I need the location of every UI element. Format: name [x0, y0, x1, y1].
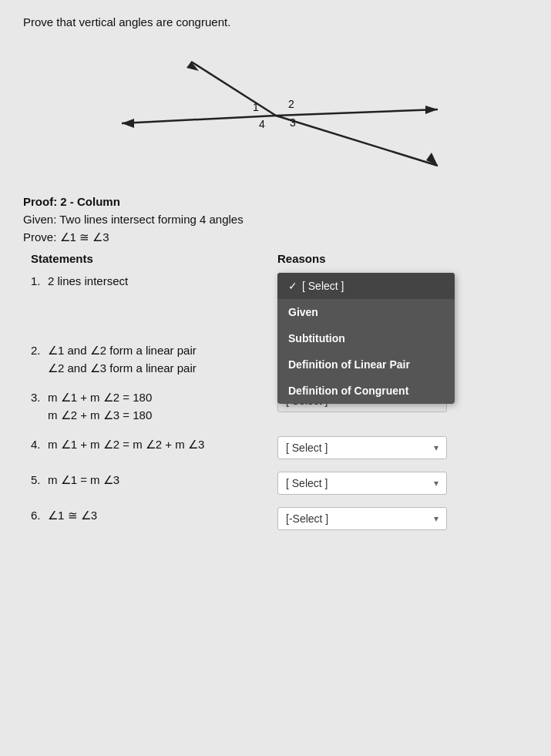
row-6-selected-value: [-Select ] — [286, 512, 328, 525]
dropdown-option-select[interactable]: ✓ [ Select ] — [277, 273, 455, 299]
dropdown-option-linear-pair[interactable]: Definition of Linear Pair — [277, 351, 455, 378]
angle-label-1: 1 — [253, 101, 259, 113]
col-reasons-header: Reasons — [277, 252, 528, 265]
dropdown-option-substitution[interactable]: Subtitution — [277, 325, 455, 351]
row-5-number: 5. — [31, 472, 48, 486]
dropdown-option-congruent[interactable]: Definition of Congruent — [277, 378, 455, 404]
angle-label-4: 4 — [259, 118, 265, 130]
proof-row-4: 4. m ∠1 + m ∠2 = m ∠2 + m ∠3 [ Select ] … — [23, 436, 528, 459]
row-3-statement: m ∠1 + m ∠2 = 180 m ∠2 + m ∠3 = 180 — [48, 389, 277, 424]
row-4-statement: m ∠1 + m ∠2 = m ∠2 + m ∠3 — [48, 436, 277, 454]
svg-line-4 — [122, 116, 276, 123]
proof-type-label: Proof: 2 - Column — [23, 195, 528, 208]
col-statements-header: Statements — [31, 252, 277, 265]
row-5-select[interactable]: [ Select ] ▾ — [277, 472, 447, 495]
svg-marker-7 — [425, 106, 438, 114]
proof-row-1: 1. 2 lines intersect [ Select ] ▾ ✓ [ Se… — [23, 273, 528, 296]
row-2-number: 2. — [31, 342, 48, 357]
row-4-number: 4. — [31, 436, 48, 451]
row-6-number: 6. — [31, 507, 48, 522]
dropdown-option-given[interactable]: Given — [277, 299, 455, 325]
proof-row-5: 5. m ∠1 = m ∠3 [ Select ] ▾ — [23, 472, 528, 495]
proof-row-6: 6. ∠1 ≅ ∠3 [-Select ] ▾ — [23, 507, 528, 530]
svg-line-2 — [276, 116, 438, 166]
row-1-dropdown-container[interactable]: [ Select ] ▾ ✓ [ Select ] Given Subtitut… — [277, 273, 455, 296]
svg-line-6 — [276, 109, 438, 116]
proof-section: Proof: 2 - Column Given: Two lines inter… — [23, 195, 528, 244]
page-title: Prove that vertical angles are congruent… — [23, 15, 528, 29]
row-6-chevron-icon: ▾ — [434, 513, 438, 524]
row-4-selected-value: [ Select ] — [286, 442, 328, 454]
row-4-chevron-icon: ▾ — [434, 442, 438, 453]
row-1-dropdown-menu[interactable]: ✓ [ Select ] Given Subtitution Definitio… — [277, 273, 455, 404]
diagram-area: 1 2 3 4 — [23, 42, 528, 173]
checkmark-icon: ✓ — [288, 280, 297, 292]
row-6-reason[interactable]: [-Select ] ▾ — [277, 507, 528, 530]
dropdown-option-select-label: [ Select ] — [302, 280, 344, 292]
row-5-selected-value: [ Select ] — [286, 477, 328, 489]
row-6-select[interactable]: [-Select ] ▾ — [277, 507, 447, 530]
row-1-reason[interactable]: [ Select ] ▾ ✓ [ Select ] Given Subtitut… — [277, 273, 528, 296]
row-5-reason[interactable]: [ Select ] ▾ — [277, 472, 528, 495]
angle-label-3: 3 — [290, 116, 296, 129]
given-label: Given: Two lines intersect forming 4 ang… — [23, 213, 528, 226]
row-1-statement: 2 lines intersect — [48, 273, 277, 291]
row-4-select[interactable]: [ Select ] ▾ — [277, 436, 447, 459]
angle-label-2: 2 — [288, 98, 294, 110]
svg-line-0 — [191, 62, 276, 116]
row-4-reason[interactable]: [ Select ] ▾ — [277, 436, 528, 459]
angle-diagram: 1 2 3 4 — [99, 46, 453, 170]
row-6-statement: ∠1 ≅ ∠3 — [48, 507, 277, 525]
row-1-number: 1. — [31, 273, 48, 287]
table-header: Statements Reasons — [23, 252, 528, 265]
row-3-number: 3. — [31, 389, 48, 404]
prove-label: Prove: ∠1 ≅ ∠3 — [23, 230, 528, 244]
svg-marker-5 — [122, 119, 134, 128]
row-5-statement: m ∠1 = m ∠3 — [48, 472, 277, 489]
row-5-chevron-icon: ▾ — [434, 478, 438, 489]
row-2-statement: ∠1 and ∠2 form a linear pair ∠2 and ∠3 f… — [48, 342, 277, 377]
